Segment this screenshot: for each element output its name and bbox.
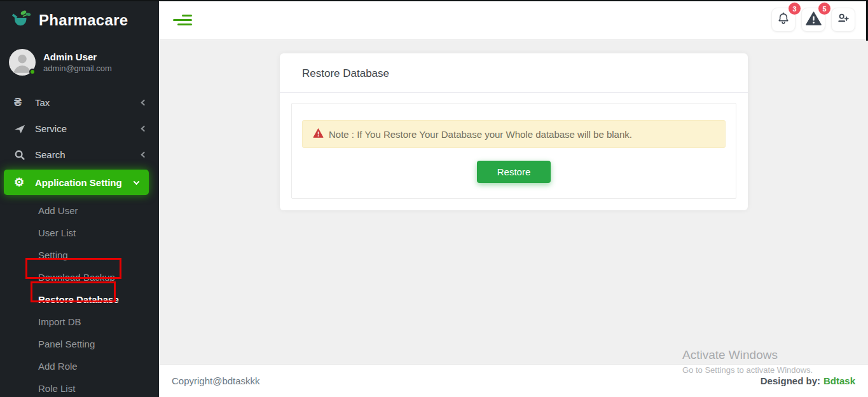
app-title: Pharmacare	[39, 11, 128, 29]
sidebar-item-user-list[interactable]: User List	[0, 222, 159, 244]
app-logo[interactable]: Pharmacare	[0, 0, 159, 39]
sidebar-item-role-list[interactable]: Role List	[0, 377, 159, 397]
alert-text: Note : If You Restore Your Database your…	[329, 129, 632, 140]
warning-triangle-icon	[806, 11, 822, 28]
designed-by-text: Designed by:	[761, 375, 820, 386]
sidebar-nav: ₴ Tax Service Search ⚙ Application Setti…	[0, 90, 159, 397]
send-icon	[14, 124, 31, 134]
topbar: 3 5	[159, 0, 868, 40]
application-setting-submenu: Add User User List Setting Download Back…	[0, 199, 159, 397]
topbar-actions: 3 5	[771, 8, 855, 32]
add-user-button[interactable]	[831, 8, 855, 32]
sidebar-item-add-role[interactable]: Add Role	[0, 355, 159, 377]
notifications-button[interactable]: 3	[771, 8, 796, 32]
menu-toggle-icon[interactable]	[172, 12, 193, 28]
main-area: 3 5	[159, 0, 868, 397]
sidebar-item-application-setting[interactable]: ⚙ Application Setting	[4, 170, 149, 195]
chevron-left-icon	[141, 100, 148, 106]
notification-badge: 3	[789, 3, 801, 15]
sidebar: Pharmacare Admin User admin@gmail.com ₴ …	[0, 0, 159, 397]
online-status-dot	[29, 69, 36, 75]
sidebar-item-panel-setting[interactable]: Panel Setting	[0, 333, 159, 355]
chevron-left-icon	[141, 152, 148, 158]
sidebar-item-restore-database[interactable]: Restore Database	[0, 288, 159, 311]
footer: Copyright@bdtaskkk Designed by: Bdtask	[159, 364, 868, 397]
card-title: Restore Database	[280, 53, 748, 93]
currency-icon: ₴	[14, 96, 31, 109]
sidebar-item-service[interactable]: Service	[0, 116, 159, 142]
pharmacy-mortar-icon	[10, 8, 33, 32]
sidebar-item-search[interactable]: Search	[0, 142, 159, 168]
copyright-text: Copyright@bdtaskkk	[172, 375, 260, 386]
gear-icon: ⚙	[14, 175, 31, 189]
user-email: admin@gmail.com	[43, 64, 112, 73]
alert-warning-icon	[313, 128, 324, 140]
person-add-icon	[836, 11, 850, 28]
chevron-left-icon	[141, 126, 148, 132]
bell-icon	[776, 11, 790, 28]
user-profile[interactable]: Admin User admin@gmail.com	[0, 39, 159, 83]
content-area: Restore Database Note : If You Restore Y…	[159, 40, 868, 364]
alerts-button[interactable]: 5	[801, 8, 825, 32]
sidebar-item-add-user[interactable]: Add User	[0, 199, 159, 222]
chevron-down-icon	[134, 178, 140, 185]
restore-database-card: Restore Database Note : If You Restore Y…	[280, 53, 748, 210]
search-icon	[14, 149, 31, 161]
warning-alert: Note : If You Restore Your Database your…	[302, 120, 726, 148]
alert-badge: 5	[818, 3, 830, 15]
sidebar-item-tax[interactable]: ₴ Tax	[0, 90, 159, 116]
sidebar-item-import-db[interactable]: Import DB	[0, 311, 159, 333]
sidebar-item-download-backup[interactable]: Download Backup	[0, 266, 159, 288]
restore-button[interactable]: Restore	[477, 161, 551, 183]
sidebar-item-setting[interactable]: Setting	[0, 244, 159, 266]
restore-panel: Note : If You Restore Your Database your…	[291, 103, 736, 199]
designer-brand-link[interactable]: Bdtask	[823, 375, 855, 386]
user-name: Admin User	[43, 51, 112, 62]
window-top-edge	[0, 0, 868, 1]
